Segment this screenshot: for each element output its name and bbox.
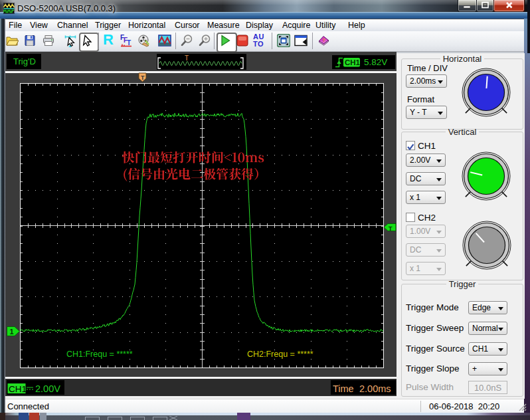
- svg-text:CH2:Frequ = *****: CH2:Frequ = *****: [247, 350, 313, 359]
- svg-text:Time: Time: [333, 383, 354, 394]
- svg-text:Trig'D: Trig'D: [13, 56, 36, 66]
- svg-text:T: T: [185, 54, 189, 62]
- svg-text:5.82V: 5.82V: [364, 57, 387, 67]
- svg-text:2.00ms: 2.00ms: [359, 383, 391, 394]
- svg-text:1: 1: [10, 328, 14, 336]
- svg-text:CH1: CH1: [9, 384, 27, 394]
- svg-text:T: T: [127, 39, 131, 47]
- svg-text:T: T: [389, 225, 393, 232]
- svg-text:CH1:Frequ = *****: CH1:Frequ = *****: [66, 350, 133, 359]
- svg-text:T: T: [141, 74, 145, 81]
- svg-text:2.00V: 2.00V: [35, 383, 60, 394]
- svg-text:CH1: CH1: [345, 58, 361, 66]
- svg-text:?: ?: [323, 37, 326, 43]
